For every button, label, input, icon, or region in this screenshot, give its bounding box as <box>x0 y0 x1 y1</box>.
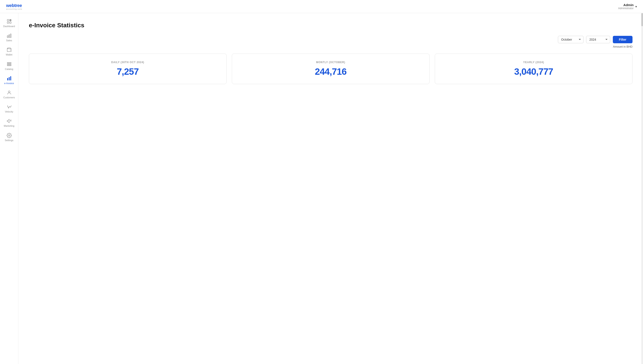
month-select[interactable]: Month January February March April May J… <box>558 36 583 43</box>
stat-value-daily: 7,257 <box>117 66 139 77</box>
sidebar-label-einvoice: e-Invoice <box>4 82 14 85</box>
svg-rect-14 <box>9 77 10 80</box>
svg-rect-13 <box>7 78 8 80</box>
sidebar-label-settings: Settings <box>5 139 14 142</box>
settings-icon <box>7 133 12 138</box>
svg-rect-11 <box>7 64 11 64</box>
sidebar-label-wallet: Wallet <box>6 53 12 56</box>
scroll-track <box>641 13 643 364</box>
logo-accent: tree <box>14 3 22 8</box>
catalog-icon <box>7 62 12 67</box>
sidebar-item-velocity[interactable]: Velocity <box>1 102 17 115</box>
logo-main: web <box>6 3 14 8</box>
stat-label-monthly: MONTLY (OCTOBER) <box>316 61 345 64</box>
logo: webtree accounting suite <box>6 3 22 10</box>
svg-rect-2 <box>7 22 9 24</box>
sidebar-item-wallet[interactable]: Wallet <box>1 45 17 58</box>
svg-point-8 <box>10 50 11 50</box>
sidebar-item-settings[interactable]: Settings <box>1 131 17 144</box>
logo-text: webtree <box>6 3 22 8</box>
dashboard-icon <box>7 19 12 24</box>
velocity-icon <box>7 104 12 110</box>
chevron-down-icon: ▾ <box>635 5 637 8</box>
svg-rect-3 <box>10 22 11 24</box>
sidebar-item-catalog[interactable]: Catalog <box>1 60 17 73</box>
wallet-icon <box>7 47 12 52</box>
sidebar-item-einvoice[interactable]: e-Invoice <box>1 74 17 87</box>
filters-row: Month January February March April May J… <box>29 36 632 43</box>
filter-button[interactable]: Filter <box>613 36 632 43</box>
sidebar-label-marketing: Marketing <box>4 124 14 128</box>
svg-rect-6 <box>9 35 10 38</box>
svg-point-9 <box>7 48 8 49</box>
marketing-icon <box>7 118 12 124</box>
stat-label-yearly: YEARLY (2024) <box>523 61 544 64</box>
svg-rect-7 <box>10 34 11 38</box>
user-role: Administrator <box>618 7 633 10</box>
page-title: e-Invoice Statistics <box>29 22 632 29</box>
sidebar: Dashboard Sales Wallet <box>0 13 18 364</box>
stat-card-monthly: MONTLY (OCTOBER) 244,716 <box>232 54 430 84</box>
stat-card-daily: DAILY (30TH OCT 2024) 7,257 <box>29 54 227 84</box>
scroll-thumb[interactable] <box>641 13 643 26</box>
svg-point-17 <box>9 135 10 136</box>
year-select[interactable]: Year 2024 2023 2022 <box>586 36 610 43</box>
sidebar-label-sales: Sales <box>6 39 12 42</box>
stat-label-daily: DAILY (30TH OCT 2024) <box>111 61 144 64</box>
stats-row: DAILY (30TH OCT 2024) 7,257 MONTLY (OCTO… <box>29 54 632 84</box>
svg-point-4 <box>10 20 11 21</box>
customers-icon <box>7 90 12 95</box>
stat-card-yearly: YEARLY (2024) 3,040,777 <box>435 54 632 84</box>
sidebar-item-sales[interactable]: Sales <box>1 31 17 44</box>
layout: Dashboard Sales Wallet <box>0 13 643 364</box>
user-name: Admin <box>618 3 633 7</box>
sidebar-label-dashboard: Dashboard <box>3 25 15 28</box>
svg-rect-12 <box>7 65 11 66</box>
svg-rect-15 <box>10 76 11 80</box>
sidebar-item-customers[interactable]: Customers <box>1 88 17 101</box>
main-content: e-Invoice Statistics Month January Febru… <box>18 13 643 364</box>
sidebar-item-marketing[interactable]: Marketing <box>1 116 17 130</box>
sidebar-label-customers: Customers <box>3 96 15 99</box>
user-menu[interactable]: Admin Administrator ▾ <box>618 3 637 10</box>
sales-icon <box>7 33 12 38</box>
header: webtree accounting suite Admin Administr… <box>0 0 643 13</box>
svg-rect-10 <box>7 62 11 63</box>
sidebar-label-catalog: Catalog <box>5 68 13 70</box>
logo-sub: accounting suite <box>6 8 22 10</box>
stat-value-yearly: 3,040,777 <box>514 66 553 77</box>
stat-value-monthly: 244,716 <box>315 66 347 77</box>
svg-rect-0 <box>7 20 9 21</box>
svg-point-16 <box>8 91 10 93</box>
svg-rect-5 <box>7 36 8 38</box>
einvoice-icon <box>7 76 12 81</box>
sidebar-label-velocity: Velocity <box>5 110 13 113</box>
amount-label: Amount in BHD <box>29 45 632 48</box>
sidebar-item-dashboard[interactable]: Dashboard <box>1 16 17 30</box>
